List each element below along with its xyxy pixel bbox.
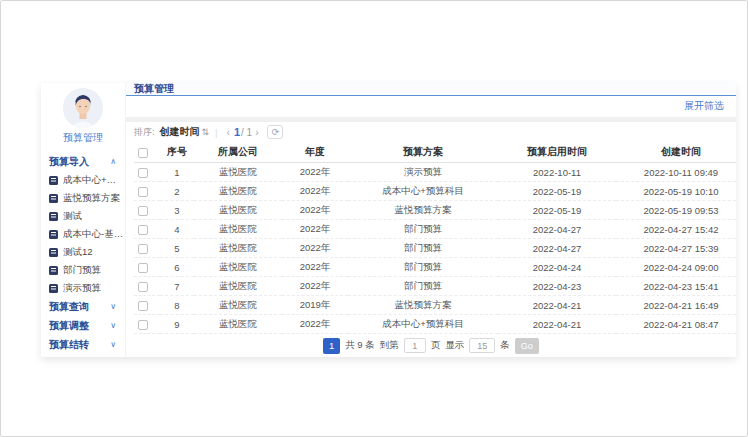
page-size-input[interactable] bbox=[469, 338, 495, 353]
expand-filter-link[interactable]: 展开筛选 bbox=[684, 99, 724, 113]
sidebar-section-budget-import[interactable]: 预算导入 ∧ bbox=[41, 152, 125, 171]
sidebar-item[interactable]: 成本中心+预算科目 bbox=[41, 171, 125, 189]
table-row[interactable]: 8 蓝悦医院 2019年 蓝悦预算方案 2022-04-21 2022-04-2… bbox=[134, 296, 736, 315]
row-checkbox[interactable] bbox=[138, 301, 148, 311]
cell-year: 2022年 bbox=[282, 258, 348, 277]
cell-year: 2022年 bbox=[282, 277, 348, 296]
table-row[interactable]: 9 蓝悦医院 2022年 成本中心+预算科目 2022-04-21 2022-0… bbox=[134, 315, 736, 334]
page-1-button[interactable]: 1 bbox=[323, 338, 340, 354]
sidebar-item-label: 蓝悦预算方案 bbox=[63, 192, 120, 205]
avatar[interactable] bbox=[63, 88, 103, 128]
cell-plan: 成本中心+预算科目 bbox=[348, 182, 498, 201]
cell-no: 1 bbox=[160, 163, 194, 182]
column-header-company: 所属公司 bbox=[194, 143, 282, 163]
cell-enable-date: 2022-04-21 bbox=[498, 296, 616, 315]
row-checkbox[interactable] bbox=[138, 187, 148, 197]
sort-field-button[interactable]: 创建时间 bbox=[160, 125, 200, 139]
cell-create-time: 2022-05-19 10:10 bbox=[616, 182, 736, 201]
table-area: 排序: 创建时间 ⇅ | ‹ 1 / 1 › ⟳ bbox=[126, 122, 736, 358]
cell-no: 3 bbox=[160, 201, 194, 220]
cell-no: 6 bbox=[160, 258, 194, 277]
cell-create-time: 2022-04-21 16:49 bbox=[616, 296, 736, 315]
sidebar-item[interactable]: 演示预算 bbox=[41, 279, 125, 297]
row-checkbox[interactable] bbox=[138, 282, 148, 292]
row-checkbox[interactable] bbox=[138, 320, 148, 330]
table-row[interactable]: 2 蓝悦医院 2022年 成本中心+预算科目 2022-05-19 2022-0… bbox=[134, 182, 736, 201]
sidebar-section-budget-report[interactable]: 预算报表 ∨ bbox=[41, 354, 125, 357]
sidebar-section-budget-query[interactable]: 预算查询 ∨ bbox=[41, 297, 125, 316]
sidebar-item[interactable]: 成本中心-基础设置... bbox=[41, 225, 125, 243]
cell-year: 2022年 bbox=[282, 315, 348, 334]
document-icon bbox=[49, 212, 58, 221]
cell-year: 2022年 bbox=[282, 182, 348, 201]
column-header-year: 年度 bbox=[282, 143, 348, 163]
chevron-up-icon: ∧ bbox=[110, 158, 116, 166]
sort-label: 排序: bbox=[134, 126, 155, 139]
sidebar-item[interactable]: 部门预算 bbox=[41, 261, 125, 279]
document-icon bbox=[49, 230, 58, 239]
column-header-no: 序号 bbox=[160, 143, 194, 163]
cell-no: 8 bbox=[160, 296, 194, 315]
cell-create-time: 2022-10-11 09:49 bbox=[616, 163, 736, 182]
cell-no: 5 bbox=[160, 239, 194, 258]
cell-no: 4 bbox=[160, 220, 194, 239]
goto-label: 到第 bbox=[380, 339, 399, 352]
cell-year: 2022年 bbox=[282, 220, 348, 239]
cell-plan: 蓝悦预算方案 bbox=[348, 201, 498, 220]
table-row[interactable]: 7 蓝悦医院 2022年 部门预算 2022-04-23 2022-04-23 … bbox=[134, 277, 736, 296]
total-count-label: 共 9 条 bbox=[345, 339, 375, 352]
document-icon bbox=[49, 248, 58, 257]
cell-enable-date: 2022-04-21 bbox=[498, 315, 616, 334]
sort-direction-icon[interactable]: ⇅ bbox=[202, 127, 210, 137]
cell-year: 2022年 bbox=[282, 201, 348, 220]
table-row[interactable]: 6 蓝悦医院 2022年 部门预算 2022-04-24 2022-04-24 … bbox=[134, 258, 736, 277]
cell-company: 蓝悦医院 bbox=[194, 296, 282, 315]
cell-plan: 成本中心+预算科目 bbox=[348, 315, 498, 334]
sidebar-item[interactable]: 测试 bbox=[41, 207, 125, 225]
cell-enable-date: 2022-10-11 bbox=[498, 163, 616, 182]
cell-create-time: 2022-04-23 15:41 bbox=[616, 277, 736, 296]
refresh-button[interactable]: ⟳ bbox=[267, 125, 283, 139]
cell-company: 蓝悦医院 bbox=[194, 220, 282, 239]
row-checkbox[interactable] bbox=[138, 168, 148, 178]
table-row[interactable]: 3 蓝悦医院 2022年 蓝悦预算方案 2022-05-19 2022-05-1… bbox=[134, 201, 736, 220]
sidebar-item-label: 演示预算 bbox=[63, 282, 101, 295]
row-checkbox[interactable] bbox=[138, 225, 148, 235]
cell-enable-date: 2022-04-27 bbox=[498, 220, 616, 239]
cell-enable-date: 2022-05-19 bbox=[498, 182, 616, 201]
cell-company: 蓝悦医院 bbox=[194, 239, 282, 258]
page-unit-label: 页 bbox=[431, 339, 441, 352]
cell-enable-date: 2022-04-23 bbox=[498, 277, 616, 296]
select-all-checkbox[interactable] bbox=[138, 148, 148, 158]
table-row[interactable]: 4 蓝悦医院 2022年 部门预算 2022-04-27 2022-04-27 … bbox=[134, 220, 736, 239]
prev-page-icon[interactable]: ‹ bbox=[224, 127, 233, 138]
table-row[interactable]: 1 蓝悦医院 2022年 演示预算 2022-10-11 2022-10-11 … bbox=[134, 163, 736, 182]
cell-plan: 部门预算 bbox=[348, 220, 498, 239]
tab-budget-management[interactable]: 预算管理 bbox=[134, 84, 174, 94]
cell-year: 2022年 bbox=[282, 163, 348, 182]
cell-company: 蓝悦医院 bbox=[194, 277, 282, 296]
table-row[interactable]: 5 蓝悦医院 2022年 部门预算 2022-04-27 2022-04-27 … bbox=[134, 239, 736, 258]
refresh-icon: ⟳ bbox=[272, 127, 280, 137]
chevron-down-icon: ∨ bbox=[110, 303, 116, 311]
document-icon bbox=[49, 176, 58, 185]
cell-year: 2022年 bbox=[282, 239, 348, 258]
cell-create-time: 2022-04-21 08:47 bbox=[616, 315, 736, 334]
sidebar-section-budget-carryover[interactable]: 预算结转 ∨ bbox=[41, 335, 125, 354]
goto-page-input[interactable] bbox=[404, 338, 426, 353]
go-button[interactable]: Go bbox=[515, 338, 539, 354]
next-page-icon[interactable]: › bbox=[252, 127, 261, 138]
cell-company: 蓝悦医院 bbox=[194, 258, 282, 277]
current-page-number: 1 bbox=[234, 126, 240, 138]
sidebar-item[interactable]: 蓝悦预算方案 bbox=[41, 189, 125, 207]
row-checkbox[interactable] bbox=[138, 206, 148, 216]
row-checkbox[interactable] bbox=[138, 244, 148, 254]
sidebar-submenu: 成本中心+预算科目 蓝悦预算方案 测试 bbox=[41, 171, 125, 297]
row-checkbox[interactable] bbox=[138, 263, 148, 273]
chevron-down-icon: ∨ bbox=[110, 341, 116, 349]
sidebar-section-budget-adjust[interactable]: 预算调整 ∨ bbox=[41, 316, 125, 335]
sidebar-item[interactable]: 测试12 bbox=[41, 243, 125, 261]
document-icon bbox=[49, 194, 58, 203]
sidebar: 预算管理 预算导入 ∧ 成本中心+预算科目 bbox=[41, 83, 125, 357]
filter-strip: 展开筛选 bbox=[126, 96, 736, 117]
